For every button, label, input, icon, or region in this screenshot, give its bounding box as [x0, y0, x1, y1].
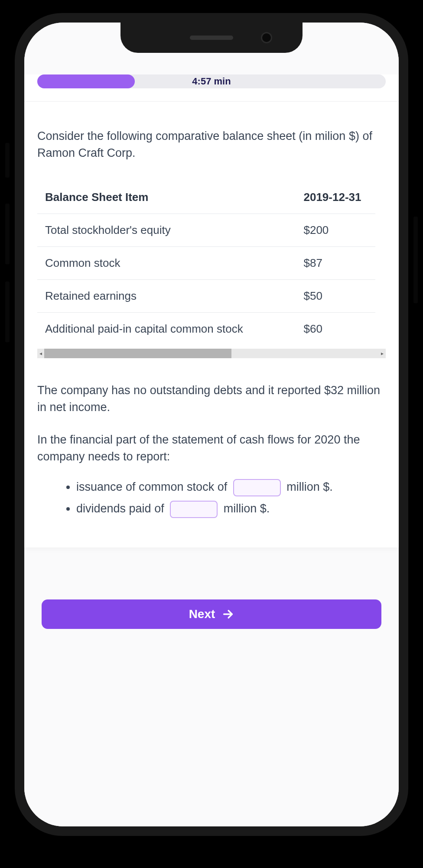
row-label: Retained earnings	[37, 280, 296, 313]
phone-frame: 4:57 min Consider the following comparat…	[15, 13, 408, 836]
table-row: Retained earnings $50	[37, 280, 375, 313]
col-header-2019: 2019-12-31	[296, 181, 375, 214]
balance-sheet-table-wrap[interactable]: Balance Sheet Item 2019-12-31 Total stoc…	[37, 181, 386, 345]
row-value: $50	[296, 280, 375, 313]
phone-notch	[120, 23, 303, 53]
scroll-left-arrow-icon[interactable]: ◂	[37, 350, 44, 356]
row-value: $87	[296, 247, 375, 280]
scrollbar-thumb[interactable]	[44, 349, 231, 358]
bullet-text: dividends paid of	[76, 502, 167, 515]
context-paragraph-1: The company has no outstanding debts and…	[37, 382, 386, 416]
bullet-text: issuance of common stock of	[76, 480, 231, 493]
row-label: Common stock	[37, 247, 296, 280]
row-label: Total stockholder's equity	[37, 214, 296, 247]
col-header-item: Balance Sheet Item	[37, 181, 296, 214]
horizontal-scrollbar[interactable]: ◂ ▸	[37, 349, 386, 358]
table-row: Common stock $87	[37, 247, 375, 280]
answer-bullet-list: issuance of common stock of million $. d…	[37, 478, 386, 518]
next-button[interactable]: Next	[42, 599, 381, 629]
row-value: $200	[296, 214, 375, 247]
speaker-grille	[190, 36, 233, 40]
table-row: Additional paid-in capital common stock …	[37, 313, 375, 346]
context-paragraph-2: In the financial part of the statement o…	[37, 431, 386, 465]
issuance-input[interactable]	[233, 479, 281, 496]
question-card: Consider the following comparative balan…	[24, 102, 399, 547]
list-item: issuance of common stock of million $.	[76, 478, 386, 496]
front-camera	[261, 32, 272, 43]
dividends-input[interactable]	[170, 501, 218, 518]
bullet-text: million $.	[283, 480, 333, 493]
scroll-right-arrow-icon[interactable]: ▸	[379, 350, 386, 356]
screen: 4:57 min Consider the following comparat…	[24, 23, 399, 826]
progress-bar: 4:57 min	[37, 74, 386, 88]
bullet-text: million $.	[220, 502, 270, 515]
arrow-right-icon	[222, 608, 234, 620]
balance-sheet-table: Balance Sheet Item 2019-12-31 Total stoc…	[37, 181, 375, 345]
row-value: $60	[296, 313, 375, 346]
progress-fill	[37, 74, 135, 88]
next-button-label: Next	[189, 607, 215, 621]
question-prompt: Consider the following comparative balan…	[37, 128, 386, 162]
timer-label: 4:57 min	[192, 76, 231, 87]
table-row: Total stockholder's equity $200	[37, 214, 375, 247]
row-label: Additional paid-in capital common stock	[37, 313, 296, 346]
scrollbar-track[interactable]	[44, 349, 379, 358]
list-item: dividends paid of million $.	[76, 500, 386, 518]
